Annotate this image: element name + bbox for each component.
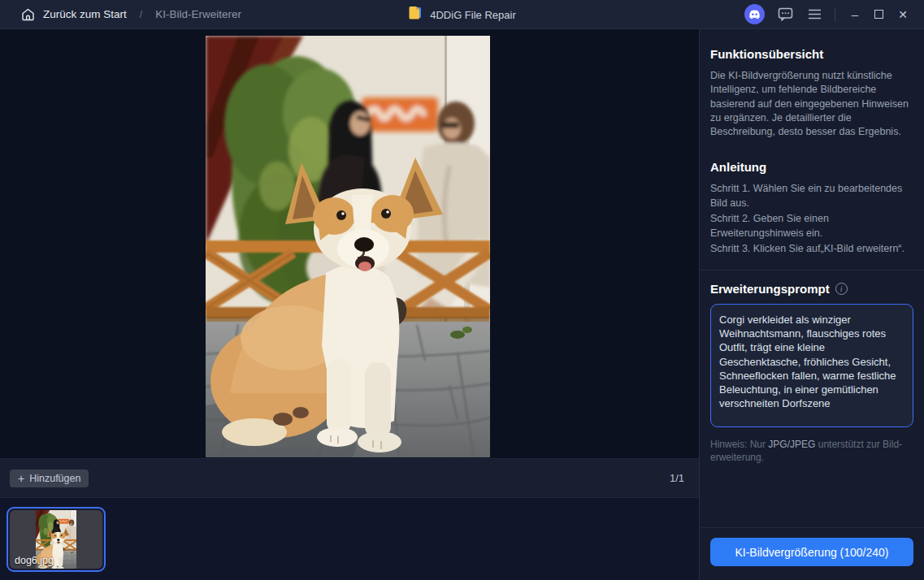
format-hint: Hinweis: Nur JPG/JPEG unterstützt zur Bi…	[710, 438, 913, 464]
thumbnail-strip: dog6.jpg	[0, 497, 699, 580]
main-preview-image	[206, 36, 490, 457]
ai-enlarge-button[interactable]: KI-Bildvergrößerung (100/240)	[710, 538, 913, 566]
breadcrumb-back[interactable]: Zurück zum Start	[43, 8, 127, 20]
guide-steps: Schritt 1. Wählen Sie ein zu bearbeitend…	[710, 182, 913, 257]
maximize-icon[interactable]	[874, 10, 883, 19]
hint-prefix: Hinweis: Nur	[710, 439, 768, 450]
hint-format: JPG/JPEG	[768, 439, 815, 450]
plus-icon: +	[18, 473, 24, 484]
minimize-icon[interactable]: –	[847, 7, 863, 21]
close-icon[interactable]: ✕	[895, 8, 911, 21]
app-title: 4DDiG File Repair	[430, 9, 515, 21]
section-divider	[700, 270, 924, 271]
menu-icon[interactable]	[805, 6, 823, 24]
overview-text: Die KI-Bildvergrößerung nutzt künstliche…	[710, 69, 913, 139]
thumbnail-frame: dog6.jpg	[10, 510, 102, 569]
sidebar-panel: Funktionsübersicht Die KI-Bildvergrößeru…	[699, 29, 924, 580]
feedback-icon[interactable]	[776, 6, 794, 24]
breadcrumb-separator: /	[135, 9, 147, 20]
overview-title: Funktionsübersicht	[710, 47, 913, 61]
thumbnail-item-selected[interactable]: dog6.jpg	[7, 507, 106, 572]
title-bar: Zurück zum Start / KI-Bild-Erweiterer 4D…	[0, 0, 924, 29]
prompt-input[interactable]: Corgi verkleidet als winziger Weihnachts…	[710, 304, 913, 427]
info-icon[interactable]: i	[835, 283, 848, 295]
discord-icon[interactable]	[744, 4, 765, 24]
preview-toolbar: + Hinzufügen 1/1	[0, 458, 699, 497]
guide-title: Anleitung	[710, 160, 913, 174]
home-icon[interactable]	[21, 8, 35, 21]
app-file-icon	[408, 5, 423, 24]
guide-step-1: Schritt 1. Wählen Sie ein zu bearbeitend…	[710, 182, 913, 210]
guide-step-3: Schritt 3. Klicken Sie auf„KI-Bild erwei…	[710, 242, 913, 257]
add-image-label: Hinzufügen	[29, 473, 80, 484]
main-preview-area: + Hinzufügen 1/1 dog6.jpg	[0, 29, 699, 580]
add-image-button[interactable]: + Hinzufügen	[10, 470, 89, 487]
button-divider	[701, 527, 924, 528]
titlebar-divider	[835, 8, 835, 21]
breadcrumb-current: KI-Bild-Erweiterer	[155, 8, 241, 20]
image-counter: 1/1	[670, 472, 689, 484]
app-window: Zurück zum Start / KI-Bild-Erweiterer 4D…	[0, 0, 924, 580]
prompt-title: Erweiterungsprompt	[710, 282, 830, 296]
thumbnail-filename: dog6.jpg	[15, 555, 54, 566]
guide-step-2: Schritt 2. Geben Sie einen Erweiterungsh…	[710, 212, 913, 240]
